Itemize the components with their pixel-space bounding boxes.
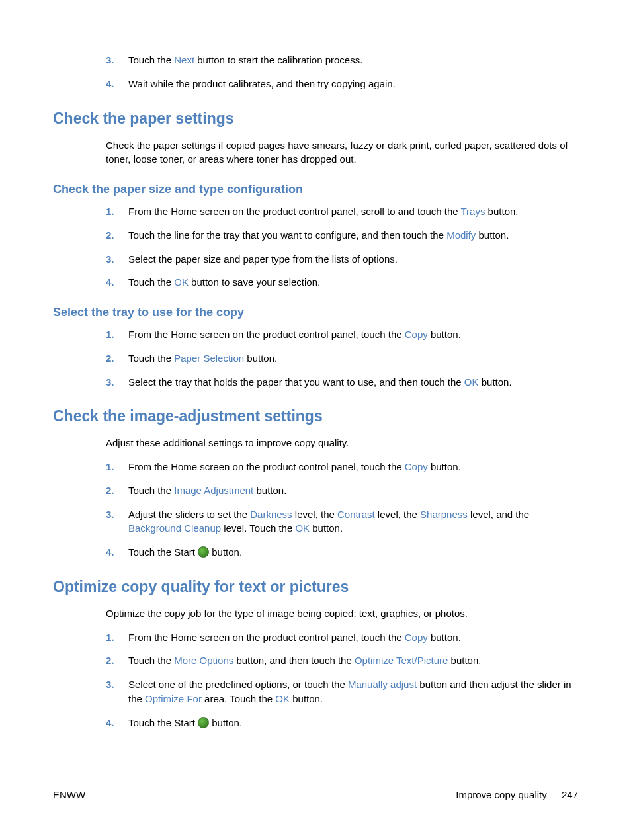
ui-label: Next	[174, 54, 194, 65]
page-footer: ENWW Improve copy quality 247	[53, 789, 578, 800]
step-text: Touch the	[128, 353, 174, 364]
heading-image-adjustment: Check the image-adjustment settings	[53, 407, 578, 425]
step-text: button.	[253, 485, 286, 496]
step-number: 1.	[106, 630, 114, 645]
paper-size-steps: 1. From the Home screen on the product c…	[106, 204, 578, 290]
ui-label: OK	[275, 693, 290, 704]
image-adjust-steps: 1. From the Home screen on the product c…	[106, 460, 578, 560]
ui-label: Background Cleanup	[128, 523, 221, 534]
ui-label: Contrast	[337, 509, 375, 520]
list-item: 1. From the Home screen on the product c…	[106, 204, 578, 219]
start-icon	[198, 546, 209, 558]
step-text: level, the	[292, 509, 337, 520]
step-number: 3.	[106, 53, 114, 67]
ui-label: Optimize For	[145, 693, 202, 704]
ui-label: Modify	[446, 230, 476, 241]
list-item: 1. From the Home screen on the product c…	[106, 630, 578, 645]
paragraph: Check the paper settings if copied pages…	[106, 138, 578, 167]
ui-label: OK	[295, 523, 310, 534]
step-number: 3.	[106, 677, 114, 692]
step-number: 3.	[106, 507, 114, 522]
step-text: button.	[428, 461, 461, 472]
step-text: From the Home screen on the product cont…	[128, 461, 405, 472]
step-text: Touch the	[128, 276, 174, 288]
list-item: 4. Wait while the product calibrates, an…	[106, 77, 578, 91]
list-item: 2. Touch the Paper Selection button.	[106, 351, 578, 366]
heading-paper-size-type: Check the paper size and type configurat…	[53, 183, 578, 196]
ui-label: OK	[174, 276, 189, 288]
step-text: button.	[209, 546, 242, 558]
ui-label: Image Adjustment	[174, 485, 253, 496]
ui-label: Sharpness	[420, 509, 468, 520]
step-number: 1.	[106, 327, 114, 342]
page-number: 247	[562, 789, 578, 800]
step-text: From the Home screen on the product cont…	[128, 329, 405, 340]
start-icon	[198, 717, 209, 728]
step-text: level. Touch the	[221, 523, 295, 534]
step-text: button.	[448, 655, 481, 666]
footer-section-title: Improve copy quality	[456, 789, 547, 800]
list-item: 4. Touch the OK button to save your sele…	[106, 275, 578, 290]
list-item: 3. Select the tray that holds the paper …	[106, 375, 578, 390]
step-number: 2.	[106, 228, 114, 243]
list-item: 4. Touch the Start button.	[106, 545, 578, 560]
list-item: 2. Touch the line for the tray that you …	[106, 228, 578, 243]
step-text: Touch the Start	[128, 717, 198, 728]
list-item: 4. Touch the Start button.	[106, 716, 578, 730]
ui-label: Copy	[405, 461, 428, 472]
list-item: 3. Touch the Next button to start the ca…	[106, 53, 578, 67]
step-text: button.	[479, 376, 512, 388]
step-text: button to start the calibration process.	[194, 54, 362, 65]
step-text: level, and the	[468, 509, 529, 520]
list-item: 3. Select the paper size and paper type …	[106, 252, 578, 267]
step-number: 1.	[106, 204, 114, 219]
step-text: button.	[244, 353, 277, 364]
step-text: button.	[428, 329, 461, 340]
list-item: 2. Touch the Image Adjustment button.	[106, 483, 578, 498]
list-item: 1. From the Home screen on the product c…	[106, 460, 578, 474]
step-text: Wait while the product calibrates, and t…	[128, 78, 396, 89]
step-text: button.	[310, 523, 343, 534]
step-text: button to save your selection.	[189, 276, 320, 288]
paragraph: Optimize the copy job for the type of im…	[106, 607, 578, 621]
step-text: button.	[485, 206, 518, 217]
step-number: 4.	[106, 716, 114, 730]
ui-label: Trays	[461, 206, 485, 217]
step-text: button.	[209, 717, 242, 728]
ui-label: More Options	[174, 655, 233, 666]
step-text: level, the	[375, 509, 420, 520]
list-item: 2. Touch the More Options button, and th…	[106, 653, 578, 668]
ui-label: Copy	[405, 329, 428, 340]
step-number: 3.	[106, 252, 114, 267]
step-text: Select the tray that holds the paper tha…	[128, 376, 464, 388]
ui-label: Manually adjust	[348, 679, 417, 690]
step-number: 2.	[106, 653, 114, 668]
ui-label: Paper Selection	[174, 353, 244, 364]
step-text: button.	[428, 632, 461, 643]
footer-right: Improve copy quality 247	[456, 789, 578, 800]
optimize-steps: 1. From the Home screen on the product c…	[106, 630, 578, 730]
step-number: 4.	[106, 275, 114, 290]
step-text: From the Home screen on the product cont…	[128, 206, 461, 217]
footer-left: ENWW	[53, 789, 85, 800]
step-text: Touch the	[128, 655, 174, 666]
heading-select-tray: Select the tray to use for the copy	[53, 306, 578, 319]
ui-label: OK	[464, 376, 479, 388]
step-number: 4.	[106, 545, 114, 560]
step-text: Select the paper size and paper type fro…	[128, 253, 398, 265]
ui-label: Darkness	[250, 509, 292, 520]
step-number: 1.	[106, 460, 114, 474]
step-number: 3.	[106, 375, 114, 390]
step-text: button, and then touch the	[233, 655, 355, 666]
step-text: From the Home screen on the product cont…	[128, 632, 405, 643]
document-page: 3. Touch the Next button to start the ca…	[0, 0, 631, 840]
step-text: Touch the	[128, 485, 174, 496]
ui-label: Copy	[405, 632, 428, 643]
select-tray-steps: 1. From the Home screen on the product c…	[106, 327, 578, 389]
ui-label: Optimize Text/Picture	[355, 655, 448, 666]
step-text: Touch the	[128, 54, 174, 65]
step-text: area. Touch the	[202, 693, 275, 704]
list-item: 3. Select one of the predefined options,…	[106, 677, 578, 706]
heading-optimize-copy: Optimize copy quality for text or pictur…	[53, 578, 578, 596]
list-item: 3. Adjust the sliders to set the Darknes…	[106, 507, 578, 536]
